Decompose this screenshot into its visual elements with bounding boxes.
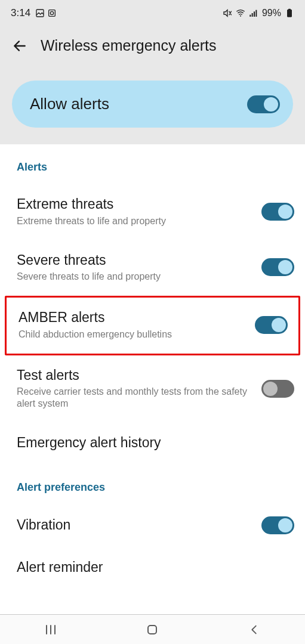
nav-recents-button[interactable] bbox=[42, 621, 60, 639]
amber-alerts-row[interactable]: AMBER alerts Child abduction emergency b… bbox=[7, 298, 298, 354]
emergency-history-title: Emergency alert history bbox=[17, 435, 287, 451]
status-bar: 3:14 99% bbox=[0, 0, 305, 26]
alert-reminder-row[interactable]: Alert reminder bbox=[0, 547, 305, 581]
severe-threats-toggle[interactable] bbox=[261, 258, 294, 276]
mute-icon bbox=[223, 8, 232, 18]
status-left: 3:14 bbox=[11, 7, 57, 19]
status-app-icons bbox=[35, 8, 57, 18]
arrow-left-icon bbox=[12, 38, 27, 54]
severe-threats-title: Severe threats bbox=[17, 252, 254, 269]
vibration-title: Vibration bbox=[17, 517, 254, 534]
test-alerts-toggle[interactable] bbox=[261, 380, 294, 398]
back-button[interactable] bbox=[12, 38, 27, 54]
allow-alerts-row[interactable]: Allow alerts bbox=[12, 80, 293, 128]
allow-section: Allow alerts bbox=[0, 70, 305, 144]
alert-reminder-title: Alert reminder bbox=[17, 559, 287, 576]
vibration-row[interactable]: Vibration bbox=[0, 504, 305, 547]
extreme-threats-title: Extreme threats bbox=[17, 196, 254, 213]
home-icon bbox=[145, 623, 159, 637]
extreme-threats-toggle[interactable] bbox=[261, 203, 294, 221]
wifi-icon bbox=[236, 8, 245, 18]
page-title: Wireless emergency alerts bbox=[41, 37, 217, 54]
battery-icon bbox=[285, 8, 294, 18]
app-header: Wireless emergency alerts bbox=[0, 26, 305, 70]
chevron-left-icon bbox=[248, 623, 261, 636]
extreme-threats-sub: Extreme threats to life and property bbox=[17, 215, 254, 227]
emergency-history-row[interactable]: Emergency alert history bbox=[0, 423, 305, 465]
amber-alerts-sub: Child abduction emergency bulletins bbox=[19, 329, 248, 340]
test-alerts-row[interactable]: Test alerts Receive carrier tests and mo… bbox=[0, 355, 305, 423]
section-header-prefs: Alert preferences bbox=[0, 465, 305, 504]
svg-rect-9 bbox=[288, 9, 291, 10]
svg-rect-5 bbox=[252, 13, 253, 17]
svg-rect-7 bbox=[255, 10, 257, 17]
svg-rect-6 bbox=[254, 11, 255, 17]
status-battery-text: 99% bbox=[262, 8, 281, 18]
svg-rect-8 bbox=[287, 10, 292, 17]
nav-back-button[interactable] bbox=[245, 621, 263, 639]
allow-alerts-toggle[interactable] bbox=[247, 95, 280, 113]
nav-home-button[interactable] bbox=[143, 621, 161, 639]
test-alerts-title: Test alerts bbox=[17, 367, 254, 384]
svg-point-3 bbox=[240, 16, 241, 17]
svg-rect-10 bbox=[148, 626, 156, 634]
camera-icon bbox=[47, 8, 57, 18]
amber-alerts-title: AMBER alerts bbox=[19, 309, 248, 326]
allow-alerts-label: Allow alerts bbox=[30, 95, 109, 113]
test-alerts-sub: Receive carrier tests and monthly tests … bbox=[17, 386, 254, 410]
extreme-threats-row[interactable]: Extreme threats Extreme threats to life … bbox=[0, 184, 305, 240]
amber-highlight-box: AMBER alerts Child abduction emergency b… bbox=[5, 296, 300, 355]
vibration-toggle[interactable] bbox=[261, 516, 294, 534]
section-header-alerts: Alerts bbox=[0, 144, 305, 184]
svg-point-2 bbox=[50, 11, 53, 14]
status-time: 3:14 bbox=[11, 7, 30, 19]
svg-rect-4 bbox=[249, 15, 251, 17]
nav-bar bbox=[0, 614, 305, 644]
amber-alerts-toggle[interactable] bbox=[255, 316, 288, 334]
severe-threats-sub: Severe threats to life and property bbox=[17, 271, 254, 283]
status-right: 99% bbox=[223, 8, 294, 18]
recents-icon bbox=[44, 623, 58, 637]
image-icon bbox=[35, 8, 45, 18]
severe-threats-row[interactable]: Severe threats Severe threats to life an… bbox=[0, 240, 305, 296]
signal-icon bbox=[249, 8, 258, 18]
content: Alerts Extreme threats Extreme threats t… bbox=[0, 144, 305, 581]
svg-rect-1 bbox=[49, 10, 56, 17]
